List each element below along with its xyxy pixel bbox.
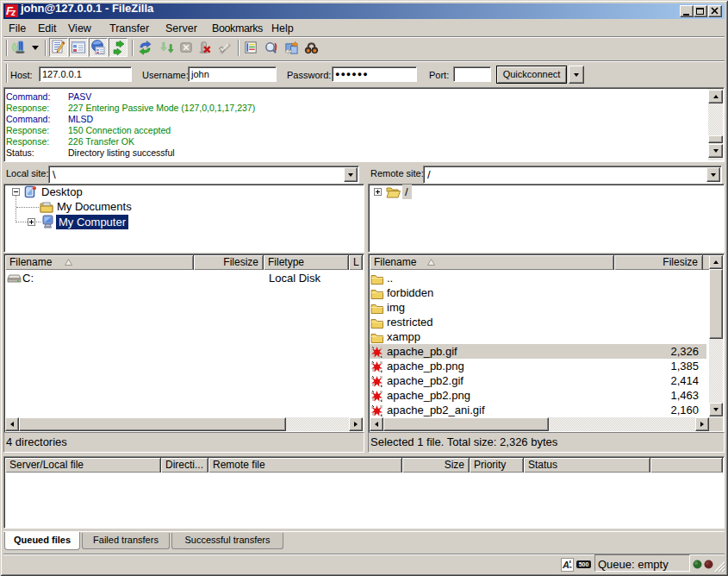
svg-text:A: A — [562, 560, 569, 570]
svg-text:z: z — [10, 8, 16, 17]
